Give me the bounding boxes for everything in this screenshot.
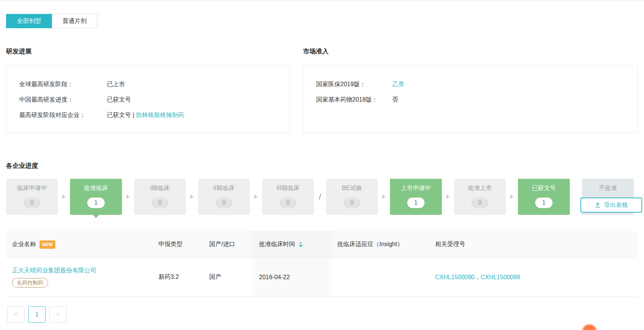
company-progress-pipeline: 临床申请中 0 批准临床 1 I期临床 0 II期临床 0 III期临床 0 /… bbox=[6, 179, 644, 219]
stage-count: 0 bbox=[151, 198, 169, 208]
stage-license-obtained[interactable]: 已获文号 1 bbox=[518, 179, 570, 215]
export-table-button[interactable]: 导出表格 bbox=[580, 198, 642, 213]
floating-widget-partial[interactable] bbox=[582, 324, 597, 330]
stage-label: II期临床 bbox=[198, 184, 250, 192]
stage-nda-applying[interactable]: 上市申请中 1 bbox=[390, 179, 442, 215]
stage-count: 0 bbox=[343, 198, 361, 208]
col-apply-type: 申报类型 bbox=[158, 240, 183, 248]
stage-be-trial[interactable]: BE试验 0 bbox=[326, 179, 378, 215]
arrow-right-icon bbox=[378, 179, 390, 215]
stage-count: 0 bbox=[215, 198, 233, 208]
essential-drug-value: 否 bbox=[392, 96, 398, 103]
medical-insurance-label: 国家医保2019版： bbox=[316, 76, 392, 92]
page-top-divider bbox=[0, 0, 644, 1]
essential-drug-label: 国家基本药物2018版： bbox=[316, 92, 392, 107]
stage-count: 0 bbox=[23, 198, 41, 208]
approval-date-value: 2016-04-22 bbox=[259, 274, 290, 281]
china-highest-stage-label: 中国最高研发进度： bbox=[19, 92, 107, 107]
tab-plain-tablet[interactable]: 普通片剂 bbox=[52, 14, 97, 28]
stage-label: 已获文号 bbox=[518, 184, 570, 192]
stage-count: 1 bbox=[535, 198, 553, 208]
china-highest-stage-value: 已获文号 bbox=[107, 96, 131, 103]
active-stage-caret-icon bbox=[93, 214, 99, 218]
pagination-next-button[interactable]: > bbox=[49, 306, 67, 323]
stage-label: 上市申请中 bbox=[390, 184, 442, 192]
table-row: 正大天晴药业集团股份有限公司 化药仿制药 新药3.2 国产 2016-04-22… bbox=[6, 258, 638, 297]
stage-count: 0 bbox=[471, 198, 489, 208]
arrow-right-icon bbox=[250, 179, 262, 215]
col-acceptance-no: 相关受理号 bbox=[435, 240, 465, 248]
stage-clinical-approved[interactable]: 批准临床 1 bbox=[70, 179, 122, 215]
highest-stage-company-value: 已获文号 | bbox=[107, 112, 134, 118]
stage-phase2[interactable]: II期临床 0 bbox=[198, 179, 250, 215]
sort-down-icon[interactable] bbox=[299, 245, 303, 247]
arrow-right-icon bbox=[58, 179, 70, 215]
export-icon bbox=[595, 202, 601, 208]
stage-count: 1 bbox=[407, 198, 425, 208]
table-header-row: 企业名称 NEW 申报类型 国产/进口 批准临床时间 批临床适应症（Insigh… bbox=[6, 231, 638, 258]
new-badge: NEW bbox=[40, 240, 55, 249]
company-table: 企业名称 NEW 申报类型 国产/进口 批准临床时间 批临床适应症（Insigh… bbox=[6, 231, 638, 297]
arrow-right-icon bbox=[122, 179, 134, 215]
pagination-page-1[interactable]: 1 bbox=[28, 306, 46, 323]
stage-count: 1 bbox=[87, 198, 105, 208]
arrow-right-icon bbox=[442, 179, 454, 215]
stage-phase3[interactable]: III期临床 0 bbox=[262, 179, 314, 215]
stage-label: 批准临床 bbox=[70, 184, 122, 192]
highest-stage-company-link[interactable]: 勃林格殷格翰制药 bbox=[136, 112, 184, 118]
sort-control[interactable] bbox=[299, 242, 303, 247]
stage-label: 临床申请中 bbox=[6, 184, 58, 192]
pagination: < 1 > bbox=[7, 306, 644, 323]
col-approval-date: 批准临床时间 bbox=[259, 240, 295, 248]
rd-progress-box: 全球最高研发阶段：已上市 中国最高研发进度：已获文号 最高研发阶段对应企业：已获… bbox=[6, 65, 290, 133]
market-access-title: 市场准入 bbox=[303, 47, 638, 56]
highest-stage-company-label: 最高研发阶段对应企业： bbox=[19, 107, 107, 123]
col-origin: 国产/进口 bbox=[209, 240, 235, 248]
global-highest-stage-value: 已上市 bbox=[107, 81, 125, 87]
slash-separator: / bbox=[314, 179, 326, 215]
stage-phase1[interactable]: I期临床 0 bbox=[134, 179, 186, 215]
company-name-link[interactable]: 正大天晴药业集团股份有限公司 bbox=[12, 267, 96, 275]
export-table-label: 导出表格 bbox=[604, 201, 628, 209]
company-progress-title: 各企业进度 bbox=[6, 161, 644, 170]
acceptance-no-separator: ， bbox=[475, 273, 481, 281]
dosage-form-tabs: 全部剂型 普通片剂 bbox=[6, 14, 644, 28]
col-indication: 批临床适应症（Insight） bbox=[337, 240, 403, 248]
acceptance-no-link[interactable]: CXHL1500090 bbox=[435, 274, 475, 281]
arrow-right-icon bbox=[506, 179, 518, 215]
tab-all-dosage-forms[interactable]: 全部剂型 bbox=[6, 14, 52, 28]
acceptance-no-link[interactable]: CXHL1500089 bbox=[481, 274, 520, 281]
origin-value: 国产 bbox=[209, 273, 221, 281]
medical-insurance-class-link[interactable]: 乙类 bbox=[392, 81, 404, 87]
company-type-tag: 化药仿制药 bbox=[12, 278, 48, 288]
sort-up-icon[interactable] bbox=[299, 242, 303, 244]
stage-label: 不批准 bbox=[582, 184, 634, 192]
stage-count: 0 bbox=[279, 198, 297, 208]
stage-label: 批准上市 bbox=[454, 184, 506, 192]
global-highest-stage-label: 全球最高研发阶段： bbox=[19, 76, 107, 92]
stage-approved-marketing[interactable]: 批准上市 0 bbox=[454, 179, 506, 215]
col-company-name: 企业名称 bbox=[12, 240, 36, 248]
stage-clinical-applying[interactable]: 临床申请中 0 bbox=[6, 179, 58, 215]
stage-label: I期临床 bbox=[134, 184, 186, 192]
apply-type-value: 新药3.2 bbox=[158, 273, 179, 281]
arrow-right-icon bbox=[186, 179, 198, 215]
pagination-prev-button[interactable]: < bbox=[7, 306, 24, 323]
market-access-box: 国家医保2019版：乙类 国家基本药物2018版：否 bbox=[303, 65, 638, 133]
rd-progress-title: 研发进展 bbox=[6, 47, 290, 56]
stage-label: III期临床 bbox=[262, 184, 314, 192]
stage-label: BE试验 bbox=[326, 184, 378, 192]
